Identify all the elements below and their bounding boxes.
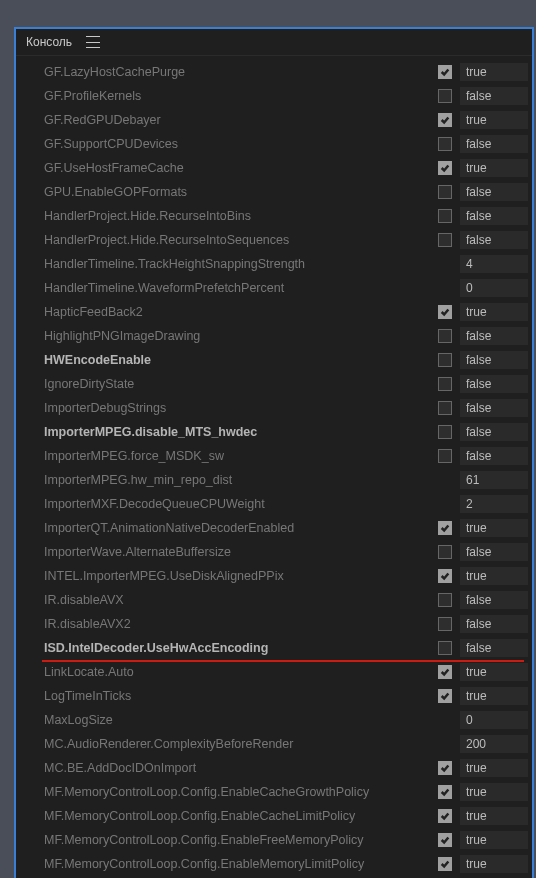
setting-value[interactable]: true xyxy=(460,519,528,537)
setting-value[interactable]: false xyxy=(460,639,528,657)
setting-value[interactable]: true xyxy=(460,663,528,681)
setting-checkbox[interactable] xyxy=(438,809,452,823)
setting-value[interactable]: 4 xyxy=(460,255,528,273)
setting-label: INTEL.ImporterMPEG.UseDiskAlignedPPix xyxy=(44,569,434,583)
setting-value[interactable]: 61 xyxy=(460,471,528,489)
setting-label: GF.LazyHostCachePurge xyxy=(44,65,434,79)
setting-checkbox[interactable] xyxy=(438,305,452,319)
setting-value[interactable]: false xyxy=(460,447,528,465)
setting-row: HandlerTimeline.TrackHeightSnappingStren… xyxy=(44,252,528,276)
setting-value[interactable]: false xyxy=(460,87,528,105)
setting-value[interactable]: 200 xyxy=(460,735,528,753)
setting-label: ImporterMPEG.disable_MTS_hwdec xyxy=(44,425,434,439)
setting-label: HandlerProject.Hide.RecurseIntoBins xyxy=(44,209,434,223)
setting-value[interactable]: true xyxy=(460,783,528,801)
checkbox-slot xyxy=(434,761,456,775)
setting-checkbox[interactable] xyxy=(438,833,452,847)
setting-value[interactable]: false xyxy=(460,183,528,201)
checkbox-slot xyxy=(434,617,456,631)
checkbox-slot xyxy=(434,641,456,655)
setting-checkbox[interactable] xyxy=(438,617,452,631)
setting-value[interactable]: false xyxy=(460,591,528,609)
setting-checkbox[interactable] xyxy=(438,329,452,343)
setting-checkbox[interactable] xyxy=(438,113,452,127)
setting-label: HandlerTimeline.TrackHeightSnappingStren… xyxy=(44,257,434,271)
setting-value[interactable]: false xyxy=(460,423,528,441)
setting-label: MC.BE.AddDocIDOnImport xyxy=(44,761,434,775)
setting-value[interactable]: false xyxy=(460,231,528,249)
setting-checkbox[interactable] xyxy=(438,545,452,559)
setting-label: MF.MemoryControlLoop.Config.EnableMemory… xyxy=(44,857,434,871)
panel-header: Консоль xyxy=(16,29,532,56)
setting-checkbox[interactable] xyxy=(438,401,452,415)
setting-label: HandlerProject.Hide.RecurseIntoSequences xyxy=(44,233,434,247)
setting-value[interactable]: false xyxy=(460,399,528,417)
setting-value[interactable]: true xyxy=(460,807,528,825)
setting-checkbox[interactable] xyxy=(438,209,452,223)
setting-label: GPU.EnableGOPFormats xyxy=(44,185,434,199)
setting-row: HapticFeedBack2true xyxy=(44,300,528,324)
setting-row: IgnoreDirtyStatefalse xyxy=(44,372,528,396)
setting-value[interactable]: true xyxy=(460,831,528,849)
menu-icon[interactable] xyxy=(86,36,100,48)
setting-label: MC.AudioRenderer.ComplexityBeforeRender xyxy=(44,737,434,751)
setting-value[interactable]: false xyxy=(460,327,528,345)
setting-checkbox[interactable] xyxy=(438,377,452,391)
setting-row: MaxLogSize0 xyxy=(44,708,528,732)
setting-checkbox[interactable] xyxy=(438,65,452,79)
setting-value[interactable]: false xyxy=(460,375,528,393)
setting-checkbox[interactable] xyxy=(438,137,452,151)
setting-value[interactable]: true xyxy=(460,567,528,585)
setting-checkbox[interactable] xyxy=(438,593,452,607)
setting-checkbox[interactable] xyxy=(438,425,452,439)
setting-value[interactable]: true xyxy=(460,687,528,705)
setting-row: ImporterMPEG.disable_MTS_hwdecfalse xyxy=(44,420,528,444)
setting-value[interactable]: true xyxy=(460,303,528,321)
setting-row: ImporterQT.AnimationNativeDecoderEnabled… xyxy=(44,516,528,540)
setting-value[interactable]: 0 xyxy=(460,711,528,729)
setting-checkbox[interactable] xyxy=(438,521,452,535)
setting-checkbox[interactable] xyxy=(438,641,452,655)
setting-value[interactable]: false xyxy=(460,615,528,633)
setting-checkbox[interactable] xyxy=(438,665,452,679)
setting-value[interactable]: true xyxy=(460,63,528,81)
setting-checkbox[interactable] xyxy=(438,89,452,103)
setting-label: ImporterQT.AnimationNativeDecoderEnabled xyxy=(44,521,434,535)
setting-value[interactable]: 0 xyxy=(460,279,528,297)
checkbox-slot xyxy=(434,113,456,127)
setting-label: LogTimeInTicks xyxy=(44,689,434,703)
setting-value[interactable]: 2 xyxy=(460,495,528,513)
setting-row: IR.disableAVX2false xyxy=(44,612,528,636)
checkbox-slot xyxy=(434,377,456,391)
setting-checkbox[interactable] xyxy=(438,185,452,199)
setting-label: MF.MemoryControlLoop.Config.EnableCacheL… xyxy=(44,809,434,823)
setting-checkbox[interactable] xyxy=(438,857,452,871)
setting-value[interactable]: true xyxy=(460,759,528,777)
setting-label: GF.ProfileKernels xyxy=(44,89,434,103)
setting-checkbox[interactable] xyxy=(438,233,452,247)
setting-value[interactable]: false xyxy=(460,351,528,369)
setting-label: GF.SupportCPUDevices xyxy=(44,137,434,151)
setting-value[interactable]: false xyxy=(460,543,528,561)
setting-value[interactable]: false xyxy=(460,135,528,153)
setting-label: MF.MemoryControlLoop.Config.EnableCacheG… xyxy=(44,785,434,799)
setting-label: GF.RedGPUDebayer xyxy=(44,113,434,127)
setting-row: GF.LazyHostCachePurgetrue xyxy=(44,60,528,84)
setting-value[interactable]: true xyxy=(460,855,528,873)
setting-checkbox[interactable] xyxy=(438,161,452,175)
setting-checkbox[interactable] xyxy=(438,761,452,775)
panel-title: Консоль xyxy=(26,35,72,49)
setting-checkbox[interactable] xyxy=(438,689,452,703)
setting-value[interactable]: true xyxy=(460,111,528,129)
setting-value[interactable]: false xyxy=(460,207,528,225)
setting-checkbox[interactable] xyxy=(438,785,452,799)
setting-label: ImporterMXF.DecodeQueueCPUWeight xyxy=(44,497,434,511)
setting-checkbox[interactable] xyxy=(438,353,452,367)
setting-label: IR.disableAVX2 xyxy=(44,617,434,631)
checkbox-slot xyxy=(434,521,456,535)
setting-row: INTEL.ImporterMPEG.UseDiskAlignedPPixtru… xyxy=(44,564,528,588)
setting-value[interactable]: true xyxy=(460,159,528,177)
setting-row: MC.AudioRenderer.ComplexityBeforeRender2… xyxy=(44,732,528,756)
setting-checkbox[interactable] xyxy=(438,569,452,583)
setting-checkbox[interactable] xyxy=(438,449,452,463)
